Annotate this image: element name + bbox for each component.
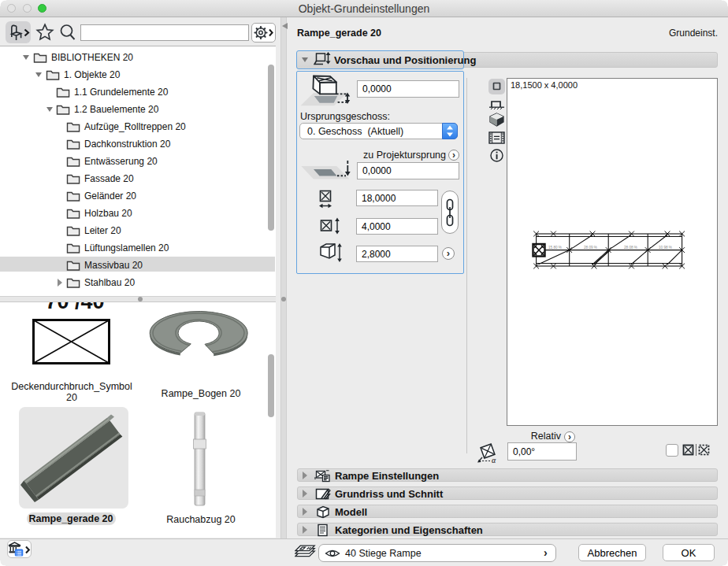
svg-text:28,09 %: 28,09 % [584,246,597,250]
svg-text:28,08 %: 28,08 % [624,246,637,250]
svg-text:α: α [492,456,496,464]
svg-text:10,98 %: 10,98 % [659,246,672,250]
svg-text:15,80 %: 15,80 % [548,246,562,250]
